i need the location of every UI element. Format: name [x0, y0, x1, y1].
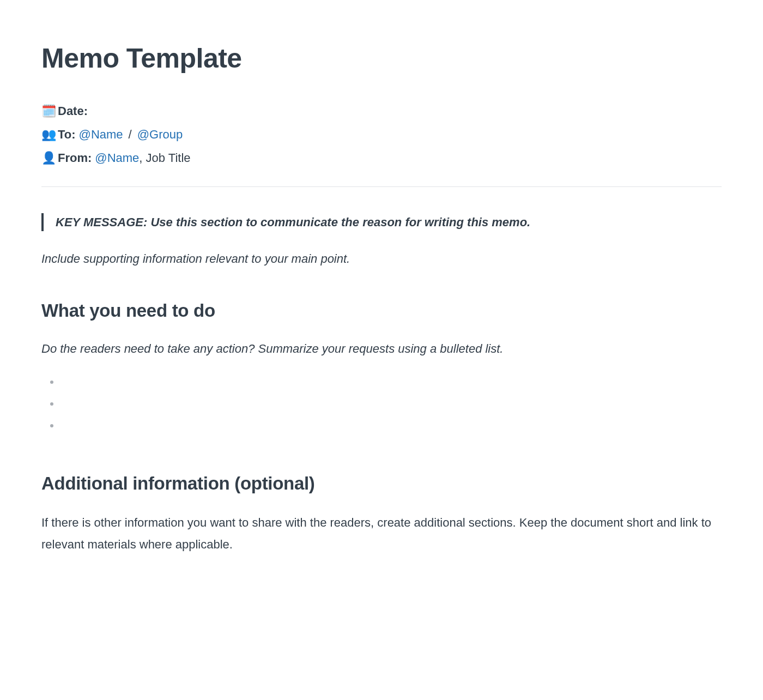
action-prompt-text: Do the readers need to take any action? …: [41, 340, 722, 358]
from-job-title: , Job Title: [139, 151, 190, 165]
to-mention-group[interactable]: @Group: [137, 125, 183, 143]
key-message-block: KEY MESSAGE: Use this section to communi…: [41, 213, 722, 231]
key-message-text: KEY MESSAGE: Use this section to communi…: [56, 213, 722, 231]
list-item[interactable]: [50, 374, 722, 396]
list-item[interactable]: [50, 418, 722, 439]
list-item[interactable]: [50, 396, 722, 418]
supporting-text: Include supporting information relevant …: [41, 250, 722, 268]
section-heading-actions: What you need to do: [41, 297, 722, 324]
date-label: Date:: [58, 102, 88, 120]
meta-to-row: 👥 To: @Name / @Group: [41, 125, 722, 143]
page-title: Memo Template: [41, 38, 722, 79]
from-label: From:: [58, 149, 92, 167]
person-icon: 👤: [41, 149, 55, 167]
to-mention-name[interactable]: @Name: [79, 125, 123, 143]
people-icon: 👥: [41, 125, 55, 143]
meta-date-row: 🗓️ Date:: [41, 102, 722, 120]
meta-from-row: 👤 From: @Name, Job Title: [41, 149, 722, 167]
action-bullet-list: [41, 374, 722, 439]
to-label: To:: [58, 125, 76, 143]
section-heading-additional: Additional information (optional): [41, 470, 722, 497]
calendar-icon: 🗓️: [41, 102, 55, 120]
divider: [41, 186, 722, 187]
from-mention-name[interactable]: @Name: [95, 151, 139, 165]
additional-info-text: If there is other information you want t…: [41, 512, 722, 555]
to-separator: /: [129, 125, 132, 143]
